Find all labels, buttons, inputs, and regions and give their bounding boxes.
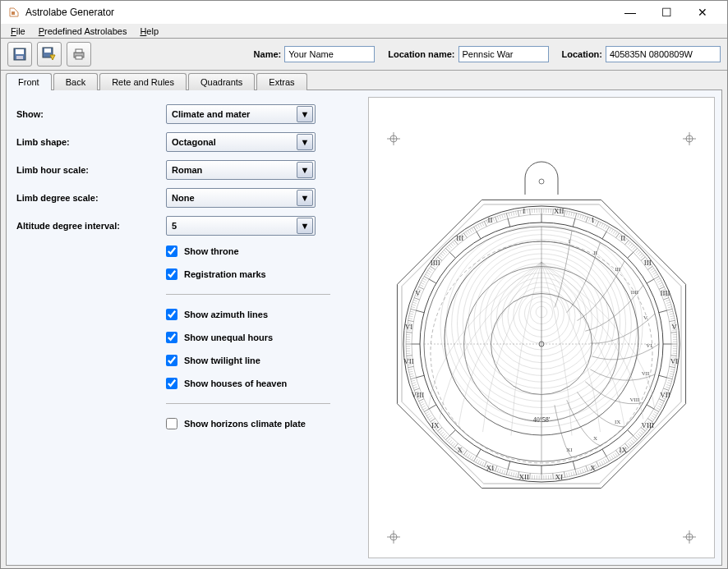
throne-check[interactable] [166, 245, 177, 257]
svg-line-395 [628, 430, 634, 436]
svg-line-45 [584, 216, 586, 220]
svg-line-356 [474, 227, 477, 232]
svg-line-102 [669, 311, 673, 312]
alt-interval-combo[interactable]: 5▼ [166, 216, 316, 236]
tab-front[interactable]: Front [6, 73, 52, 90]
svg-line-147 [654, 411, 657, 414]
svg-line-248 [451, 442, 454, 445]
svg-line-330 [429, 268, 432, 271]
close-button[interactable]: ✕ [684, 1, 721, 24]
svg-line-311 [411, 309, 417, 310]
svg-line-284 [409, 371, 413, 372]
svg-line-72 [636, 250, 639, 252]
show-combo[interactable]: Climate and mater▼ [166, 104, 316, 124]
svg-line-326 [424, 277, 429, 280]
svg-line-178 [603, 460, 605, 463]
limb-hour-combo[interactable]: Roman▼ [166, 160, 316, 180]
svg-text:VI: VI [646, 342, 652, 349]
menu-help[interactable]: Help [135, 25, 164, 38]
svg-line-84 [653, 273, 657, 275]
svg-line-56 [606, 227, 610, 232]
svg-line-316 [414, 298, 420, 300]
show-label: Show: [16, 109, 166, 119]
svg-line-89 [659, 282, 662, 284]
limb-shape-combo[interactable]: Octagonal▼ [166, 132, 316, 152]
svg-line-390 [647, 279, 654, 283]
svg-line-264 [426, 414, 430, 416]
svg-line-399 [508, 461, 510, 470]
svg-line-403 [416, 375, 424, 378]
svg-line-232 [482, 462, 484, 466]
locname-input[interactable] [458, 46, 549, 62]
menu-predefined[interactable]: Predefined Astrolabes [34, 25, 132, 38]
svg-line-196 [564, 472, 564, 478]
svg-line-66 [625, 241, 629, 245]
svg-line-337 [439, 255, 442, 258]
regmarks-check[interactable] [166, 268, 177, 280]
svg-line-341 [445, 248, 449, 252]
svg-line-239 [468, 454, 470, 457]
save-button[interactable] [7, 42, 32, 67]
tab-back[interactable]: Back [53, 73, 98, 90]
svg-line-177 [606, 459, 607, 462]
save-as-button[interactable] [37, 42, 62, 67]
svg-line-393 [659, 375, 667, 378]
minimize-button[interactable]: — [612, 1, 648, 24]
svg-line-225 [497, 468, 499, 472]
houses-check[interactable] [166, 378, 177, 389]
svg-line-342 [447, 246, 449, 250]
svg-line-409 [508, 218, 510, 227]
print-button[interactable] [67, 42, 91, 67]
astrolabe-drawing: XIIIIIIIIIIIIVVIVIIVIIIIXXXIXIIXIXIXVIII… [377, 106, 706, 549]
titlebar: Astrolabe Generator — ☐ ✕ [1, 1, 727, 25]
svg-line-255 [439, 430, 442, 433]
svg-line-87 [657, 278, 660, 280]
svg-line-96 [663, 298, 669, 300]
svg-rect-5 [44, 48, 51, 53]
svg-line-105 [670, 319, 675, 319]
unequal-label: Show unequal hours [184, 333, 273, 342]
chevron-down-icon: ▼ [297, 162, 313, 178]
svg-text:V: V [671, 323, 677, 331]
azimuth-check[interactable] [166, 309, 177, 320]
svg-line-86 [654, 277, 659, 280]
svg-text:VII: VII [642, 370, 650, 377]
tab-extras[interactable]: Extras [256, 73, 306, 90]
menubar: File Predefined Astrolabes Help [1, 25, 727, 39]
svg-line-50 [595, 220, 597, 224]
svg-line-60 [615, 232, 617, 235]
svg-line-322 [420, 285, 423, 287]
svg-line-43 [580, 214, 581, 218]
horizons-label: Show horizons climate plate [184, 419, 306, 429]
svg-line-270 [420, 402, 423, 403]
maximize-button[interactable]: ☐ [648, 1, 684, 24]
twilight-check[interactable] [166, 355, 177, 366]
front-panel: Show: Climate and mater▼ Limb shape: Oct… [6, 89, 722, 566]
tab-quadrants[interactable]: Quadrants [188, 73, 255, 90]
chevron-down-icon: ▼ [297, 134, 313, 150]
svg-line-81 [647, 266, 652, 269]
svg-line-132 [668, 380, 672, 381]
svg-line-195 [567, 473, 568, 477]
svg-text:X: X [590, 464, 596, 472]
svg-point-21 [539, 179, 544, 184]
loc-input[interactable] [606, 46, 721, 62]
svg-line-221 [506, 470, 508, 475]
horizons-check[interactable] [166, 418, 177, 429]
svg-line-180 [599, 462, 601, 466]
tab-rete[interactable]: Rete and Rules [99, 73, 187, 90]
svg-line-345 [453, 241, 455, 245]
svg-line-201 [553, 473, 554, 479]
svg-line-376 [518, 211, 518, 217]
limb-degree-combo[interactable]: None▼ [166, 188, 316, 208]
svg-line-129 [670, 374, 674, 374]
svg-line-58 [611, 229, 614, 232]
menu-file[interactable]: File [6, 25, 30, 38]
svg-line-106 [670, 320, 675, 321]
svg-line-265 [426, 411, 429, 414]
svg-text:X: X [458, 446, 463, 454]
name-input[interactable] [284, 46, 375, 62]
unequal-check[interactable] [166, 332, 177, 343]
svg-line-344 [451, 243, 454, 246]
svg-line-370 [505, 213, 505, 218]
